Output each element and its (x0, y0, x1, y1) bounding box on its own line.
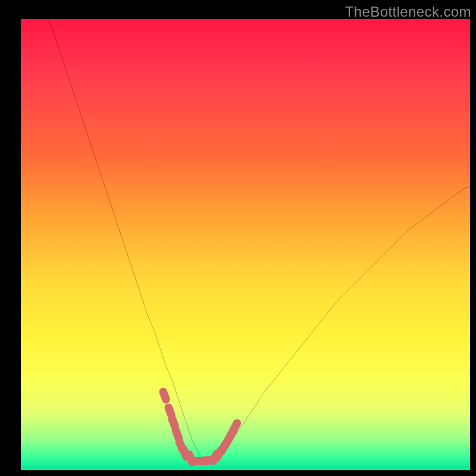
curve-marker (176, 430, 178, 438)
watermark-text: TheBottleneck.com (345, 4, 471, 20)
chart-frame: TheBottleneck.com (0, 0, 476, 476)
curve-marker (163, 392, 166, 400)
curve-marker (168, 408, 171, 415)
curve-marker (172, 419, 175, 427)
plot-area (21, 19, 470, 470)
curve-marker (233, 423, 237, 430)
bottleneck-curve (21, 19, 470, 470)
